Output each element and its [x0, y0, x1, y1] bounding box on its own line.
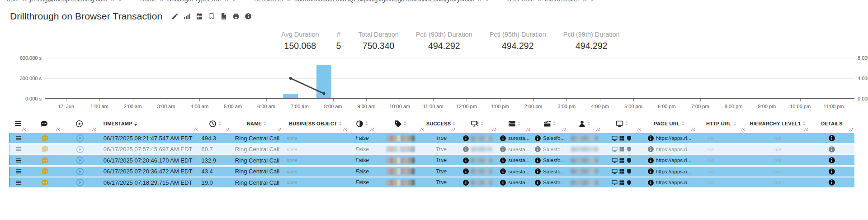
bar-chart-button[interactable] [184, 13, 191, 20]
info-icon[interactable] [534, 135, 541, 142]
cell-page_url[interactable]: https://apps.ri... [642, 144, 696, 154]
column-header-duration[interactable] [199, 116, 231, 131]
cell-details[interactable] [809, 177, 854, 187]
info-icon[interactable] [500, 146, 506, 153]
info-icon[interactable] [647, 157, 654, 164]
info-button[interactable] [245, 13, 252, 20]
cell-comment[interactable] [28, 167, 62, 177]
filter-item-2[interactable]: Session ID✕00bR000000625WAQENqJWgVgbWogb… [254, 0, 489, 4]
column-header-user[interactable] [567, 116, 601, 131]
edit-button[interactable] [171, 13, 179, 20]
details-info-icon[interactable] [828, 146, 835, 153]
sort-arrows-icon[interactable] [803, 121, 806, 126]
info-icon[interactable] [647, 168, 654, 175]
cell-replay[interactable] [62, 177, 98, 187]
table-row[interactable]: 06/17/2025 07:57:45.697 AM EDT60.7Ring C… [9, 144, 854, 154]
sort-arrows-icon[interactable] [553, 121, 556, 126]
info-icon[interactable] [500, 179, 506, 186]
table-row[interactable]: 06/17/2025 07:20:46.170 AM EDT132.9Ring … [9, 155, 854, 165]
info-icon[interactable] [647, 135, 654, 142]
info-icon[interactable] [534, 179, 541, 186]
column-header-application[interactable] [531, 116, 567, 131]
filter-bar[interactable]: User✕jzheng@medprostaffing.com✕⌄Name✕Unc… [0, 0, 868, 4]
remove-filter-icon[interactable]: ✕ [111, 0, 115, 4]
details-info-icon[interactable] [828, 179, 835, 186]
sort-arrows-icon[interactable] [682, 121, 684, 126]
remove-filter-icon[interactable]: ✕ [538, 0, 542, 4]
remove-filter-icon[interactable]: ✕ [160, 0, 164, 4]
bookmark-button[interactable] [208, 13, 215, 20]
sort-arrows-icon[interactable] [264, 121, 266, 126]
cell-details[interactable] [809, 144, 854, 154]
cell-page_url[interactable]: https://apps.ri... [642, 167, 696, 177]
cell-details[interactable] [809, 155, 854, 165]
cell-replay[interactable] [62, 133, 98, 143]
column-header-details[interactable]: DETAILS [809, 116, 854, 131]
cell-menu[interactable] [10, 155, 28, 165]
remove-filter-icon[interactable]: ✕ [23, 0, 27, 4]
info-icon[interactable] [500, 135, 506, 142]
cell-details[interactable] [809, 167, 854, 177]
filter-item-0[interactable]: User✕jzheng@medprostaffing.com✕⌄ [6, 0, 122, 4]
cell-menu[interactable] [10, 144, 28, 154]
remove-filter-icon[interactable]: ✕ [225, 0, 229, 4]
info-icon[interactable] [500, 157, 506, 164]
sort-arrows-icon[interactable] [625, 121, 628, 126]
info-icon[interactable] [534, 146, 541, 153]
sort-arrows-icon[interactable] [365, 121, 368, 126]
details-info-icon[interactable] [828, 134, 835, 142]
table-row[interactable]: 06/17/2025 07:20:36.472 AM EDT43.4Ring C… [9, 167, 854, 177]
cell-replay[interactable] [62, 155, 98, 165]
cell-menu[interactable] [10, 133, 28, 143]
calendar-button[interactable] [196, 13, 203, 20]
details-info-icon[interactable] [828, 157, 835, 164]
sort-arrows-icon[interactable] [218, 121, 221, 126]
cell-comment[interactable] [28, 155, 62, 165]
cell-comment[interactable] [28, 177, 62, 187]
info-icon[interactable] [647, 179, 654, 186]
cell-replay[interactable] [62, 144, 98, 154]
column-header-comment[interactable] [27, 116, 61, 131]
column-header-flag[interactable] [348, 116, 375, 131]
filter-caret-icon[interactable]: ⌄ [232, 0, 236, 4]
sort-arrows-icon[interactable] [733, 121, 736, 126]
column-header-hierarchy_level1[interactable]: HIERARCHY LEVEL1 [746, 116, 809, 131]
sort-arrows-icon[interactable] [134, 121, 137, 126]
column-header-business_object[interactable]: BUSINESS OBJECT [283, 116, 348, 131]
sort-arrows-icon[interactable] [518, 121, 520, 126]
column-header-page_url[interactable]: PAGE URL [642, 116, 696, 131]
details-info-icon[interactable] [828, 168, 835, 175]
info-icon[interactable] [462, 157, 469, 164]
info-icon[interactable] [500, 168, 506, 175]
filter-item-1[interactable]: Name✕Uncaught TypeError✕⌄ [140, 0, 236, 4]
cell-page_url[interactable]: https://apps.ri... [642, 155, 696, 165]
column-header-success[interactable]: SUCCESS [425, 116, 457, 131]
remove-filter-icon[interactable]: ✕ [582, 0, 586, 4]
export-csv-button[interactable] [220, 13, 227, 20]
column-header-timestamp[interactable]: TIMESTAMP [97, 116, 199, 131]
info-icon[interactable] [462, 146, 469, 153]
remove-filter-icon[interactable]: ✕ [287, 0, 291, 4]
column-header-name[interactable]: NAME [231, 116, 283, 131]
info-icon[interactable] [462, 179, 469, 186]
info-icon[interactable] [462, 135, 469, 142]
filter-item-3[interactable]: User Role✕Intl Recruiter✕⌄ [507, 0, 594, 4]
column-header-replay[interactable] [61, 116, 97, 131]
sort-arrows-icon[interactable] [588, 121, 590, 126]
cell-comment[interactable] [28, 144, 62, 154]
chart-plot[interactable] [45, 58, 854, 99]
sort-arrows-icon[interactable] [481, 121, 483, 126]
cell-comment[interactable] [28, 133, 62, 143]
info-icon[interactable] [647, 146, 654, 153]
cell-replay[interactable] [62, 167, 98, 177]
remove-filter-icon[interactable]: ✕ [477, 0, 481, 4]
cell-menu[interactable] [10, 177, 28, 187]
filter-caret-icon[interactable]: ⌄ [118, 0, 122, 4]
filter-caret-icon[interactable]: ⌄ [590, 0, 594, 4]
column-header-menu[interactable] [9, 116, 27, 131]
cell-page_url[interactable]: https://apps.ri... [642, 133, 696, 143]
column-header-client_ip[interactable] [457, 116, 497, 131]
cell-page_url[interactable]: https://apps.ri... [642, 177, 696, 187]
column-header-server[interactable] [497, 116, 531, 131]
print-button[interactable] [232, 13, 240, 20]
